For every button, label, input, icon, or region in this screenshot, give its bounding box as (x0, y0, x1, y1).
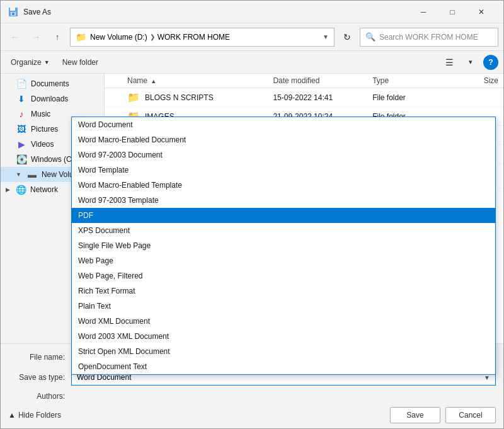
downloads-icon: ⬇ (16, 94, 27, 104)
documents-icon: 📄 (16, 79, 27, 89)
address-bar-area: ← → ↑ 📁 New Volume (D:) ❯ WORK FROM HOME… (1, 23, 503, 51)
title-bar-left: Save As (8, 7, 51, 17)
maximize-button[interactable]: □ (438, 2, 467, 22)
videos-icon: ▶ (16, 139, 27, 149)
hide-folders-chevron: ▲ (8, 411, 16, 420)
savetype-option-strict-xml[interactable]: Strict Open XML Document (72, 344, 495, 359)
network-icon: 🌐 (15, 185, 26, 195)
back-button[interactable]: ← (6, 28, 23, 46)
sort-indicator: ▲ (151, 78, 156, 84)
new-volume-d-icon: ▬ (26, 169, 38, 180)
table-row[interactable]: 📁 BLOGS N SCRIPTS 15-09-2022 14:41 File … (105, 88, 503, 107)
file-name-1: BLOGS N SCRIPTS (145, 93, 214, 102)
window-controls: ─ □ ✕ (409, 2, 496, 22)
file-list-header: Name ▲ Date modified Type Size (105, 74, 503, 88)
up-button[interactable]: ↑ (49, 28, 66, 46)
sidebar-label-documents: Documents (31, 79, 69, 88)
toolbar-right: ☰ ▾ ? (440, 54, 498, 71)
header-date[interactable]: Date modified (273, 76, 372, 85)
savetype-option-odt[interactable]: OpenDocument Text (72, 359, 495, 374)
savetype-dropdown: Word Document Word Macro-Enabled Documen… (71, 117, 496, 375)
savetype-option-word-2003-xml[interactable]: Word 2003 XML Document (72, 329, 495, 344)
toolbar: Organize ▼ New folder ☰ ▾ ? (1, 51, 503, 74)
savetype-option-word-xml[interactable]: Word XML Document (72, 314, 495, 329)
action-buttons: Save Cancel (390, 407, 496, 423)
savetype-arrow: ▼ (484, 374, 490, 381)
expand-icon-network: ▶ (6, 186, 10, 193)
svg-rect-3 (12, 13, 14, 15)
new-folder-button[interactable]: New folder (57, 54, 103, 71)
save-as-dialog: Save As ─ □ ✕ ← → ↑ 📁 New Volume (D:) ❯ … (0, 0, 504, 429)
filename-label: File name: (8, 353, 71, 362)
dialog-title: Save As (23, 8, 51, 16)
music-icon: ♪ (16, 109, 27, 119)
address-path: New Volume (D:) ❯ WORK FROM HOME (90, 33, 230, 42)
sidebar-label-music: Music (31, 110, 50, 118)
bottom-actions: ▲ Hide Folders Save Cancel (8, 407, 496, 423)
organize-chevron: ▼ (44, 59, 50, 66)
sidebar-label-downloads: Downloads (31, 94, 68, 103)
savetype-option-word-macro-template[interactable]: Word Macro-Enabled Template (72, 178, 495, 193)
search-placeholder: Search WORK FROM HOME (379, 33, 478, 42)
savetype-option-single-web[interactable]: Single File Web Page (72, 238, 495, 253)
cancel-button[interactable]: Cancel (445, 407, 496, 423)
header-type[interactable]: Type (372, 76, 459, 85)
refresh-button[interactable]: ↻ (338, 28, 356, 46)
savetype-option-rtf[interactable]: Rich Text Format (72, 283, 495, 299)
expand-icon-d: ▼ (16, 171, 21, 178)
new-folder-label: New folder (62, 58, 98, 67)
address-box[interactable]: 📁 New Volume (D:) ❯ WORK FROM HOME ▼ (70, 28, 335, 47)
savetype-option-word-97-2003[interactable]: Word 97-2003 Document (72, 147, 495, 163)
bottom-section: File name: ▼ Save as type: Word Document… (1, 343, 503, 428)
save-as-icon (8, 7, 18, 17)
address-part-1: New Volume (D:) (90, 33, 147, 42)
header-size[interactable]: Size (459, 76, 498, 85)
view-down-button[interactable]: ▾ (462, 54, 479, 71)
file-type-1: File folder (372, 93, 459, 102)
sidebar-item-downloads[interactable]: ⬇ Downloads (1, 91, 104, 106)
search-icon: 🔍 (365, 32, 375, 42)
sidebar-label-windows-c: Windows (C:) (31, 155, 76, 164)
address-sep: ❯ (150, 33, 155, 40)
savetype-label: Save as type: (8, 373, 71, 382)
pictures-icon: 🖼 (16, 124, 27, 134)
hide-folders-label: Hide Folders (18, 411, 61, 420)
authors-row: Authors: (8, 389, 496, 403)
forward-button[interactable]: → (27, 28, 45, 46)
organize-button[interactable]: Organize ▼ (6, 54, 55, 71)
file-date-1: 15-09-2022 14:41 (273, 93, 372, 102)
close-button[interactable]: ✕ (467, 2, 496, 22)
hide-folders-button[interactable]: ▲ Hide Folders (8, 411, 61, 420)
authors-input[interactable] (71, 389, 496, 403)
title-bar: Save As ─ □ ✕ (1, 1, 503, 23)
save-button[interactable]: Save (390, 407, 440, 423)
savetype-option-xps[interactable]: XPS Document (72, 223, 495, 238)
savetype-option-pdf[interactable]: PDF (72, 208, 495, 223)
windows-c-icon: 💽 (16, 154, 27, 164)
savetype-option-web-filtered[interactable]: Web Page, Filtered (72, 268, 495, 283)
savetype-option-web[interactable]: Web Page (72, 253, 495, 268)
sidebar-label-videos: Videos (31, 140, 54, 149)
savetype-option-plain-text[interactable]: Plain Text (72, 299, 495, 314)
savetype-option-word-macro[interactable]: Word Macro-Enabled Document (72, 132, 495, 147)
sidebar-item-documents[interactable]: 📄 Documents (1, 76, 104, 91)
sidebar-label-pictures: Pictures (31, 125, 58, 134)
search-box[interactable]: 🔍 Search WORK FROM HOME (360, 28, 498, 47)
view-button[interactable]: ☰ (440, 54, 458, 71)
minimize-button[interactable]: ─ (409, 2, 438, 22)
header-name[interactable]: Name ▲ (110, 76, 273, 85)
organize-label: Organize (11, 58, 42, 67)
address-dropdown-arrow: ▼ (323, 33, 329, 40)
folder-icon-addr: 📁 (76, 32, 86, 42)
folder-icon-1: 📁 (127, 91, 140, 103)
sidebar-label-network: Network (30, 185, 58, 194)
svg-rect-1 (10, 8, 15, 11)
authors-label: Authors: (8, 392, 71, 401)
address-part-2: WORK FROM HOME (158, 33, 230, 42)
savetype-option-word-97-2003-template[interactable]: Word 97-2003 Template (72, 193, 495, 208)
savetype-option-word-template[interactable]: Word Template (72, 163, 495, 178)
help-button[interactable]: ? (483, 55, 498, 70)
savetype-option-word-document[interactable]: Word Document (72, 117, 495, 132)
